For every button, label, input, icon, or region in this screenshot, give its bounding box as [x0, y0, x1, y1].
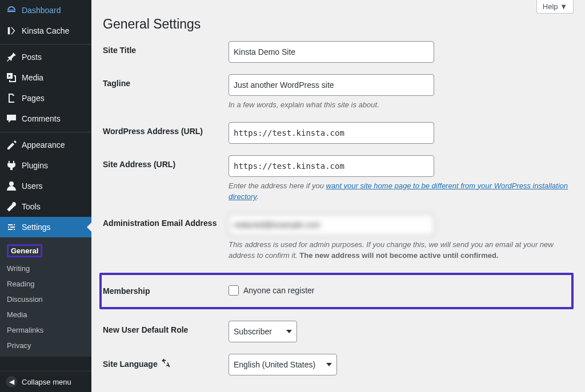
settings-icon	[6, 221, 17, 233]
desc-text: .	[257, 192, 259, 201]
sidebar-item-plugins[interactable]: Plugins	[0, 155, 91, 176]
input-admin-email[interactable]	[229, 214, 434, 236]
sidebar-item-appearance[interactable]: Appearance	[0, 135, 91, 155]
sidebar-label: Kinsta Cache	[22, 26, 69, 35]
pushpin-icon	[6, 51, 17, 63]
label-default-role: New User Default Role	[103, 321, 229, 339]
input-site-url[interactable]	[229, 155, 434, 177]
row-admin-email: Administration Email Address This addres…	[103, 214, 574, 261]
input-wp-url[interactable]	[229, 122, 434, 144]
label-membership: Membership	[103, 282, 229, 300]
appearance-icon	[6, 139, 17, 151]
submenu-item-permalinks[interactable]: Permalinks	[0, 322, 91, 338]
sidebar-label: Pages	[22, 94, 45, 103]
pages-icon	[6, 92, 17, 104]
plugins-icon	[6, 160, 17, 171]
sidebar-label: Dashboard	[22, 6, 61, 15]
kinsta-icon	[6, 25, 17, 37]
label-admin-email: Administration Email Address	[103, 214, 229, 232]
select-default-role[interactable]: Subscriber	[229, 321, 297, 342]
desc-text: Enter the address here if you	[229, 181, 326, 190]
sidebar-item-posts[interactable]: Posts	[0, 47, 91, 67]
media-icon	[6, 72, 17, 83]
desc-tagline: In a few words, explain what this site i…	[229, 99, 571, 111]
help-tab[interactable]: Help ▼	[536, 0, 574, 14]
sidebar-item-tools[interactable]: Tools	[0, 196, 91, 217]
sidebar-item-dashboard[interactable]: Dashboard	[0, 0, 91, 21]
sidebar-label: Tools	[22, 202, 41, 211]
label-site-language: Site Language	[103, 354, 229, 375]
row-tagline: Tagline In a few words, explain what thi…	[103, 74, 574, 111]
collapse-menu-button[interactable]: ◀ Collapse menu	[0, 371, 91, 392]
submenu-item-reading[interactable]: Reading	[0, 276, 91, 292]
submenu-label: General	[7, 244, 42, 257]
row-site-language: Site Language English (United States)	[103, 354, 574, 375]
label-site-url: Site Address (URL)	[103, 155, 229, 173]
sidebar-label: Plugins	[22, 161, 48, 170]
submenu-item-general[interactable]: General	[0, 241, 91, 261]
sidebar-item-pages[interactable]: Pages	[0, 88, 91, 108]
row-membership: Membership Anyone can register	[99, 273, 574, 309]
label-tagline: Tagline	[103, 74, 229, 92]
row-default-role: New User Default Role Subscriber	[103, 321, 574, 342]
sidebar-item-comments[interactable]: Comments	[0, 108, 91, 129]
collapse-label: Collapse menu	[22, 378, 71, 386]
row-site-title: Site Title	[103, 41, 574, 63]
sidebar-label: Media	[22, 73, 43, 82]
select-site-language[interactable]: English (United States)	[229, 354, 337, 375]
main-content: Help ▼ General Settings Site Title Tagli…	[91, 0, 585, 392]
submenu-item-discussion[interactable]: Discussion	[0, 292, 91, 307]
input-tagline[interactable]	[229, 74, 434, 96]
sidebar-item-kinsta-cache[interactable]: Kinsta Cache	[0, 21, 91, 41]
sidebar-label: Users	[22, 181, 43, 191]
comments-icon	[6, 113, 17, 124]
checkbox-label-membership[interactable]: Anyone can register	[243, 286, 315, 295]
submenu-item-media[interactable]: Media	[0, 307, 91, 322]
label-wp-url: WordPress Address (URL)	[103, 122, 229, 140]
admin-sidebar: Dashboard Kinsta Cache Posts Media Pages…	[0, 0, 91, 392]
sidebar-label: Posts	[22, 52, 42, 62]
submenu-item-writing[interactable]: Writing	[0, 261, 91, 276]
label-site-title: Site Title	[103, 41, 229, 59]
sidebar-label: Appearance	[22, 140, 65, 149]
settings-submenu: General Writing Reading Discussion Media…	[0, 237, 91, 357]
desc-site-url: Enter the address here if you want your …	[229, 180, 571, 203]
desc-admin-email: This address is used for admin purposes.…	[229, 239, 571, 261]
sidebar-item-users[interactable]: Users	[0, 176, 91, 196]
row-wp-url: WordPress Address (URL)	[103, 122, 574, 144]
submenu-item-privacy[interactable]: Privacy	[0, 338, 91, 353]
translation-icon	[161, 358, 171, 370]
dashboard-icon	[6, 5, 17, 16]
collapse-icon: ◀	[6, 376, 17, 387]
sidebar-label: Comments	[22, 114, 61, 123]
input-site-title[interactable]	[229, 41, 434, 63]
row-site-url: Site Address (URL) Enter the address her…	[103, 155, 574, 203]
users-icon	[6, 180, 17, 192]
label-text: Site Language	[103, 359, 158, 369]
sidebar-label: Settings	[22, 223, 51, 232]
page-title: General Settings	[103, 11, 574, 32]
sidebar-item-media[interactable]: Media	[0, 67, 91, 88]
checkbox-membership[interactable]	[229, 285, 239, 296]
tools-icon	[6, 201, 17, 212]
sidebar-item-settings[interactable]: Settings	[0, 217, 91, 237]
desc-strong: The new address will not become active u…	[299, 251, 498, 260]
settings-form: Site Title Tagline In a few words, expla…	[103, 41, 574, 375]
